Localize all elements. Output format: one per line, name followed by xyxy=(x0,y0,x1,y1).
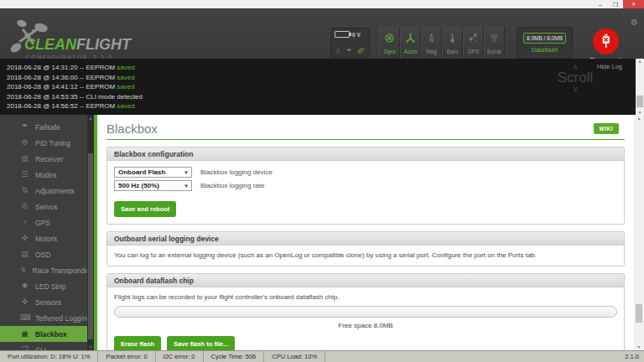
tethered-logging-icon: ⌨ xyxy=(20,314,29,322)
log-saved-highlight: saved xyxy=(117,102,134,110)
baro-icon xyxy=(447,32,458,47)
status-segment: Packet error: 0 xyxy=(98,351,155,362)
sidebar-item-sensors[interactable]: ✜Sensors xyxy=(0,294,87,310)
led-strip-icon: ✺ xyxy=(20,282,29,290)
log-saved-highlight: saved xyxy=(117,74,134,81)
sensor-gyro: Gyro xyxy=(379,27,400,59)
sensor-status-bar: GyroAccelNMagBaroGPSSonar xyxy=(379,27,505,59)
blackbox-icon: ◼ xyxy=(20,330,29,338)
sensor-label: Gyro xyxy=(383,49,395,54)
sidebar-item-label: PID Tuning xyxy=(35,139,70,147)
status-segment: Port utilization: D: 18% U: 1% xyxy=(0,351,98,362)
sidebar-item-label: Servos xyxy=(35,203,57,211)
scrollbar-up-arrow-icon[interactable]: ▲ xyxy=(87,116,94,121)
save-and-reboot-button[interactable]: Save and reboot xyxy=(114,201,176,217)
scrollbar-up-arrow-icon[interactable]: ▲ xyxy=(634,116,644,121)
wiki-button[interactable]: WIKI xyxy=(594,123,619,134)
logging-rate-select[interactable]: 500 Hz (50%) ▼ xyxy=(114,180,192,191)
sidebar-nav: ☂Failsafe⚙PID Tuning▥Receiver☰Modes⇅Adju… xyxy=(0,115,87,350)
sensor-mag: NMag xyxy=(421,27,442,59)
window-close-button[interactable]: ✕ xyxy=(623,0,644,8)
status-segment: I2C error: 0 xyxy=(156,351,204,362)
sidebar-item-gps[interactable]: ♁GPS xyxy=(0,215,87,230)
chevron-down-icon: ▼ xyxy=(184,170,189,175)
sidebar-item-blackbox[interactable]: ◼Blackbox xyxy=(0,326,87,342)
battery-status-box: 0 V ⚠ ☂ xyxy=(330,28,370,58)
sidebar-item-led-strip[interactable]: ✺LED Strip xyxy=(0,278,87,294)
sidebar-scrollbar[interactable]: ▲ ▼ xyxy=(87,115,94,350)
warning-icon: ⚠ xyxy=(335,48,340,54)
save-flash-to-file-button[interactable]: Save flash to file... xyxy=(167,336,235,350)
panel-header: Outboard serial logging device xyxy=(107,232,624,246)
sidebar-scrollbar-thumb[interactable] xyxy=(88,153,93,339)
log-scrollbar-thumb[interactable] xyxy=(636,96,643,107)
dataflash-usage-bar xyxy=(114,306,617,318)
status-segment: Cycle Time: 506 xyxy=(204,351,265,362)
sensor-sonar: Sonar xyxy=(484,27,505,59)
log-entry: 2018-06-28 @ 14:31:20 -- EEPROM saved xyxy=(7,63,644,73)
sidebar-item-cli[interactable]: ❒CLI xyxy=(0,342,87,350)
log-panel: 2018-06-28 @ 14:31:20 -- EEPROM saved201… xyxy=(0,59,644,115)
cleanflight-configurator-window: – ❐ ✕ CLEANFLIGHT CONFIGURATOR2.1.0 xyxy=(0,0,644,362)
scrollbar-down-arrow-icon[interactable]: ▼ xyxy=(87,344,94,349)
content-scrollbar[interactable]: ▲ ▼ xyxy=(634,115,644,350)
status-segment: CPU Load: 10% xyxy=(264,351,325,362)
dataflash-description: Flight logs can be recorded to your flig… xyxy=(114,293,617,301)
sidebar-item-adjustments[interactable]: ⇅Adjustments xyxy=(0,183,87,199)
log-scroll-widget[interactable]: ∧ Scroll ∨ xyxy=(550,64,600,92)
log-lines: 2018-06-28 @ 14:31:20 -- EEPROM saved201… xyxy=(0,59,644,111)
modes-icon: ☰ xyxy=(20,171,29,178)
sensor-label: GPS xyxy=(468,49,480,54)
sensor-label: Mag xyxy=(426,49,437,54)
logging-device-label: Blackbox logging device xyxy=(200,168,273,176)
sidebar-item-failsafe[interactable]: ☂Failsafe xyxy=(0,119,87,135)
usb-disconnect-icon[interactable] xyxy=(593,28,619,54)
svg-text:N: N xyxy=(429,37,434,44)
content-scrollbar-thumb[interactable] xyxy=(636,304,642,323)
pid-tuning-icon: ⚙ xyxy=(20,139,29,147)
window-minimize-button[interactable]: – xyxy=(593,0,608,8)
main-row: ☂Failsafe⚙PID Tuning▥Receiver☰Modes⇅Adju… xyxy=(0,115,644,350)
scroll-label: Scroll xyxy=(550,70,600,85)
race-transponder-icon: ↯ xyxy=(20,266,27,274)
panel-header: Blackbox configuration xyxy=(107,147,624,161)
sensor-label: Baro xyxy=(447,49,459,54)
sidebar-item-modes[interactable]: ☰Modes xyxy=(0,167,87,183)
sidebar-item-label: Sensors xyxy=(35,298,61,307)
dataflash-usage: 8.0MB / 8.0MB xyxy=(523,33,566,44)
erase-flash-button[interactable]: Erase flash xyxy=(114,336,161,350)
page-title: Blackbox xyxy=(106,122,625,136)
hide-log-button[interactable]: Hide Log xyxy=(597,63,622,70)
sidebar-item-label: Modes xyxy=(35,171,57,179)
scrollbar-down-arrow-icon[interactable]: ▼ xyxy=(634,344,644,349)
logging-rate-label: Blackbox logging rate xyxy=(200,182,265,189)
window-maximize-button[interactable]: ❐ xyxy=(608,0,623,8)
scrollbar-up-arrow-icon[interactable]: ▲ xyxy=(636,59,644,64)
settings-gear-icon[interactable]: ⚙ xyxy=(631,18,638,27)
app-version: 2.1.0 xyxy=(625,351,644,362)
usb-link-icon xyxy=(357,47,365,54)
sidebar-item-pid-tuning[interactable]: ⚙PID Tuning xyxy=(0,135,87,151)
brand-clean: CLEAN xyxy=(24,36,76,53)
status-bar: Port utilization: D: 18% U: 1%Packet err… xyxy=(0,350,644,362)
sidebar-item-tethered-logging[interactable]: ⌨Tethered Logging xyxy=(0,310,87,326)
dataflash-label: Dataflash xyxy=(532,46,558,54)
gps-icon: ♁ xyxy=(20,219,29,226)
brand-wordmark: CLEANFLIGHT xyxy=(24,36,131,54)
dataflash-summary-box: 8.0MB / 8.0MB Dataflash xyxy=(517,27,573,59)
log-scrollbar[interactable]: ▲ ▼ xyxy=(636,59,644,115)
free-space-label: Free space 8.0MB xyxy=(114,322,617,329)
sidebar-item-race-transponder[interactable]: ↯Race Transponder xyxy=(0,262,87,278)
sidebar-item-motors[interactable]: ✣Motors xyxy=(0,230,87,246)
window-titlebar: – ❐ ✕ xyxy=(0,0,644,8)
panel-header: Onboard dataflash chip xyxy=(107,274,624,287)
sidebar-item-servos[interactable]: ✇Servos xyxy=(0,199,87,215)
adjustments-icon: ⇅ xyxy=(20,187,29,194)
sidebar-item-osd[interactable]: ▤OSD xyxy=(0,246,87,262)
chevron-down-icon: ▼ xyxy=(184,184,189,189)
scroll-down-icon[interactable]: ∨ xyxy=(550,85,600,92)
sensor-label: Accel xyxy=(404,49,418,54)
sidebar-item-receiver[interactable]: ▥Receiver xyxy=(0,151,87,167)
logging-device-select[interactable]: Onboard Flash ▼ xyxy=(114,167,192,178)
sidebar-item-label: OSD xyxy=(35,251,50,259)
